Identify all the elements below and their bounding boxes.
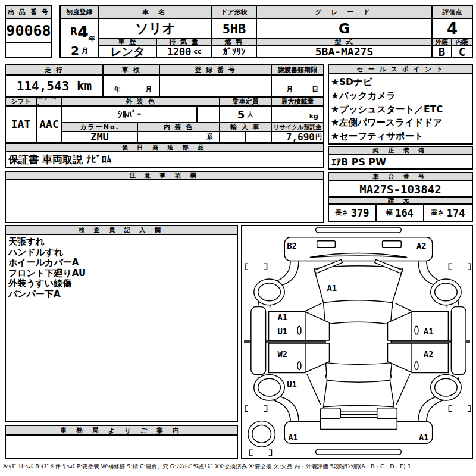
car-damage-diagram: B2 A2 A1 A1 U1 W2 U1 A1 A2 A1 A1 bbox=[242, 226, 472, 458]
length-label: 長さ bbox=[336, 208, 349, 217]
year-unit: 年 bbox=[89, 35, 95, 43]
bracket-mark bbox=[245, 264, 248, 270]
bracket-mark bbox=[468, 264, 471, 270]
history-label: 車 歴 bbox=[99, 38, 157, 46]
exterior-color-extra-cell bbox=[198, 107, 220, 122]
interior-color-label: 内 装 色 bbox=[138, 122, 220, 132]
damage-code: A2 bbox=[416, 241, 427, 250]
bracket-mark bbox=[269, 450, 272, 456]
bracket-mark bbox=[449, 264, 452, 270]
damage-diagram-box: B2 A2 A1 A1 U1 W2 U1 A1 A2 A1 A1 bbox=[241, 225, 473, 459]
width-label: 幅 bbox=[386, 208, 393, 217]
sales-point-item: ★プッシュスタート／ETC bbox=[331, 103, 471, 117]
damage-code: A1 bbox=[277, 312, 287, 322]
bracket-mark bbox=[250, 450, 253, 456]
history-value: レンタ bbox=[99, 46, 157, 57]
top-trim-bar bbox=[316, 227, 402, 233]
capacity-number: 5 bbox=[237, 108, 245, 121]
month-value: 2 bbox=[71, 44, 79, 57]
hatch-panel bbox=[321, 418, 397, 430]
wheel-inner bbox=[435, 283, 458, 301]
pillar-fold-line bbox=[396, 374, 410, 404]
damage-code: A1 bbox=[419, 433, 429, 442]
pillar-fold-line bbox=[395, 303, 412, 312]
interior-color-suffix: 系 bbox=[206, 133, 213, 142]
auction-number-value: 90068 bbox=[6, 19, 51, 42]
inspector-title: 検 査 員 記 入 欄 bbox=[6, 226, 237, 235]
damage-code: B2 bbox=[287, 241, 297, 250]
door-shape-label: ドア形状 bbox=[212, 6, 257, 19]
fuel-value: ｶﾞｿﾘﾝ bbox=[212, 46, 257, 57]
door-handle bbox=[298, 326, 301, 334]
rear-bumper-band bbox=[284, 237, 432, 261]
recycle-deposit-label: リサイクル預託金 bbox=[272, 122, 323, 132]
displacement-label: 排 気 量 bbox=[157, 38, 212, 46]
model-code-label: 型 式 bbox=[257, 38, 433, 46]
import-cell-b bbox=[246, 132, 272, 142]
max-load-unit: kg bbox=[309, 112, 318, 120]
license-recess bbox=[377, 408, 397, 419]
damage-code: A1 bbox=[424, 327, 434, 336]
oem-equipment-value: ｴｱB PS PW bbox=[329, 155, 472, 168]
model-code-value: 5BA-MA27S bbox=[257, 46, 433, 57]
door-handle bbox=[415, 362, 418, 370]
import-label: 輸 入 車 bbox=[220, 122, 272, 132]
recycle-number: 7,690 bbox=[286, 132, 315, 142]
inspector-line: 外装うすい線傷 bbox=[8, 278, 234, 289]
capacity-unit: 人 bbox=[247, 110, 253, 119]
inspector-line: ホイールカバーA bbox=[8, 258, 234, 268]
rear-lamp bbox=[317, 241, 336, 248]
capacity-value: 5 人 bbox=[220, 107, 272, 122]
sales-points-list: ★SDナビ ★バックカメラ ★プッシュスタート／ETC ★左側パワースライドドア… bbox=[331, 76, 471, 143]
specs-title: 諸 元 bbox=[329, 196, 472, 205]
inspector-lines: 天張すれ ハンドルすれ ホイールカバーA フロント下廻りAU 外装うすい線傷 バ… bbox=[8, 237, 234, 299]
car-name-value: ソリオ bbox=[99, 19, 212, 38]
oem-equipment-box: 純 正 装 備 ｴｱB PS PW bbox=[328, 146, 473, 170]
office-value bbox=[6, 436, 237, 458]
inspector-line: ハンドルすれ bbox=[8, 248, 234, 258]
inspection-value: 年 月 bbox=[104, 76, 160, 96]
displacement-number: 1200 bbox=[167, 46, 192, 57]
height-value: 174 bbox=[447, 207, 465, 219]
legend-text: A:ｷｽﾞ U:ﾍｺﾐ B:ｷｽﾞを伴うﾍｺﾐ P:要塗装 W:補修跡 S:錆 … bbox=[3, 463, 474, 471]
auction-number-label: 出 品 番 号 bbox=[6, 6, 51, 19]
damage-code: A1 bbox=[288, 433, 298, 442]
later-parts-value: 保証書 車両取説 ﾅﾋﾞﾛﾑ bbox=[6, 152, 323, 167]
damage-code: W2 bbox=[277, 349, 287, 359]
damage-code: U1 bbox=[277, 327, 287, 336]
shift-label: シフト bbox=[6, 96, 37, 107]
exterior-color-value: ｼﾙﾊﾞｰ bbox=[62, 107, 198, 122]
chassis-box: 車 台 番 号 MA27S-103842 諸 元 長さ 379 幅 164 高さ… bbox=[328, 172, 473, 222]
left-sill bbox=[251, 307, 266, 375]
right-sill bbox=[451, 307, 466, 375]
door-shape-value: 5HB bbox=[212, 19, 257, 38]
month-unit: 月 bbox=[82, 46, 88, 55]
inspection-year-unit: 年 bbox=[114, 85, 121, 94]
era-value: R bbox=[70, 26, 77, 37]
spec-width: 幅 164 bbox=[377, 205, 424, 221]
exterior-grade-value: B bbox=[433, 46, 452, 57]
auction-sheet: 出 品 番 号 90068 初度登録 R4 年 2 月 車 名 ソリオ 車 歴 … bbox=[0, 0, 476, 476]
bracket-mark bbox=[468, 406, 471, 412]
transfer-deadline-label: 譲渡書類期限 bbox=[272, 65, 323, 76]
door-handle bbox=[298, 362, 301, 370]
first-registration-year: R4 年 bbox=[61, 19, 99, 44]
transfer-deadline-value: 月 日 bbox=[272, 76, 323, 96]
pillar-fold-line bbox=[305, 303, 322, 312]
bracket-mark bbox=[449, 406, 452, 412]
bracket-mark bbox=[264, 406, 267, 412]
wheel-inner bbox=[258, 378, 281, 396]
max-load-label: 最大積載量 bbox=[272, 96, 323, 107]
exterior-grade-label: 外装 bbox=[433, 38, 452, 46]
sales-point-item: ★SDナビ bbox=[331, 76, 471, 89]
score-value: 4 bbox=[433, 19, 472, 38]
sales-point-item: ★左側パワースライドドア bbox=[331, 116, 471, 130]
bracket-mark bbox=[264, 264, 267, 270]
right-front-door bbox=[387, 312, 448, 340]
grade-label: グ レ ー ド bbox=[257, 6, 433, 19]
notes-value bbox=[6, 180, 323, 222]
transfer-month-unit: 月 bbox=[286, 85, 293, 94]
spare-tire-inner bbox=[252, 425, 271, 443]
sales-points-box: セ ー ル ス ポ イ ン ト ★SDナビ ★バックカメラ ★プッシュスタート／… bbox=[328, 64, 473, 145]
interior-grade-label: 内装 bbox=[452, 38, 472, 46]
